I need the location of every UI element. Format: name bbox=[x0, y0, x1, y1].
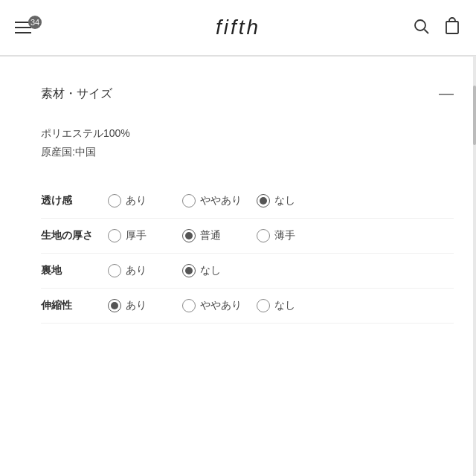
radio-circle-0-2 bbox=[257, 194, 270, 208]
radio-option-1-1[interactable]: 普通 bbox=[182, 229, 257, 242]
property-label-3: 伸縮性 bbox=[41, 299, 108, 312]
radio-label-3-2: なし bbox=[274, 299, 295, 312]
property-row-2: 裏地 あり なし bbox=[41, 254, 454, 289]
radio-option-2-1[interactable]: なし bbox=[182, 264, 257, 277]
svg-rect-2 bbox=[446, 22, 458, 33]
radio-label-3-0: あり bbox=[126, 299, 147, 312]
radio-label-1-2: 薄手 bbox=[274, 229, 295, 242]
radio-label-2-1: なし bbox=[200, 264, 221, 277]
material-composition: ポリエステル100% bbox=[41, 124, 454, 143]
radio-option-0-2[interactable]: なし bbox=[257, 194, 331, 208]
radio-option-3-2[interactable]: なし bbox=[257, 299, 331, 312]
radio-circle-1-2 bbox=[257, 229, 270, 242]
radio-option-0-1[interactable]: ややあり bbox=[182, 194, 257, 208]
radio-circle-3-2 bbox=[257, 299, 270, 312]
radio-option-0-0[interactable]: あり bbox=[108, 194, 182, 208]
radio-label-1-0: 厚手 bbox=[126, 229, 147, 242]
section-header: 素材・サイズ bbox=[41, 71, 454, 109]
material-origin: 原産国:中国 bbox=[41, 143, 454, 161]
radio-circle-0-0 bbox=[108, 194, 121, 208]
radio-label-3-1: ややあり bbox=[200, 299, 242, 312]
cart-button[interactable] bbox=[443, 17, 461, 38]
property-options-2: あり なし bbox=[108, 264, 454, 277]
radio-label-0-2: なし bbox=[274, 194, 295, 208]
radio-circle-2-0 bbox=[108, 264, 121, 277]
property-options-3: あり ややあり なし bbox=[108, 299, 454, 312]
radio-label-0-1: ややあり bbox=[200, 194, 242, 208]
section-title: 素材・サイズ bbox=[41, 86, 112, 102]
radio-circle-1-0 bbox=[108, 229, 121, 242]
radio-option-1-2[interactable]: 薄手 bbox=[257, 229, 331, 242]
main-content: 素材・サイズ ポリエステル100% 原産国:中国 透け感 あり ややあり bbox=[0, 57, 476, 338]
property-label-0: 透け感 bbox=[41, 194, 108, 208]
cart-badge: 34 bbox=[28, 16, 42, 29]
scrollbar-thumb[interactable] bbox=[473, 86, 476, 145]
property-options-0: あり ややあり なし bbox=[108, 194, 454, 208]
radio-label-2-0: あり bbox=[126, 264, 147, 277]
properties-table: 透け感 あり ややあり なし 生地の厚さ bbox=[41, 184, 454, 324]
radio-option-1-0[interactable]: 厚手 bbox=[108, 229, 182, 242]
cart-icon bbox=[443, 17, 461, 35]
search-button[interactable] bbox=[412, 17, 430, 38]
property-row-1: 生地の厚さ 厚手 普通 薄手 bbox=[41, 219, 454, 254]
radio-circle-3-1 bbox=[182, 299, 196, 312]
material-info: ポリエステル100% 原産国:中国 bbox=[41, 109, 454, 176]
radio-circle-1-1 bbox=[182, 229, 196, 242]
radio-circle-2-1 bbox=[182, 264, 196, 277]
header-right bbox=[412, 17, 461, 38]
radio-option-2-0[interactable]: あり bbox=[108, 264, 182, 277]
radio-option-3-1[interactable]: ややあり bbox=[182, 299, 257, 312]
property-label-2: 裏地 bbox=[41, 264, 108, 277]
brand-center: fifth bbox=[216, 16, 260, 39]
search-icon bbox=[412, 17, 430, 35]
property-row-0: 透け感 あり ややあり なし bbox=[41, 184, 454, 219]
radio-circle-3-0 bbox=[108, 299, 121, 312]
brand-title: fifth bbox=[216, 16, 260, 39]
property-options-1: 厚手 普通 薄手 bbox=[108, 229, 454, 242]
radio-label-1-1: 普通 bbox=[200, 229, 221, 242]
header: 34 fifth bbox=[0, 0, 476, 56]
radio-circle-0-1 bbox=[182, 194, 196, 208]
radio-label-0-0: あり bbox=[126, 194, 147, 208]
property-label-1: 生地の厚さ bbox=[41, 229, 108, 242]
svg-point-0 bbox=[415, 20, 425, 30]
property-row-3: 伸縮性 あり ややあり なし bbox=[41, 289, 454, 324]
header-left: 34 bbox=[15, 22, 31, 33]
scrollbar[interactable] bbox=[473, 56, 476, 476]
svg-line-1 bbox=[425, 30, 429, 34]
collapse-button[interactable] bbox=[439, 94, 454, 95]
radio-option-3-0[interactable]: あり bbox=[108, 299, 182, 312]
